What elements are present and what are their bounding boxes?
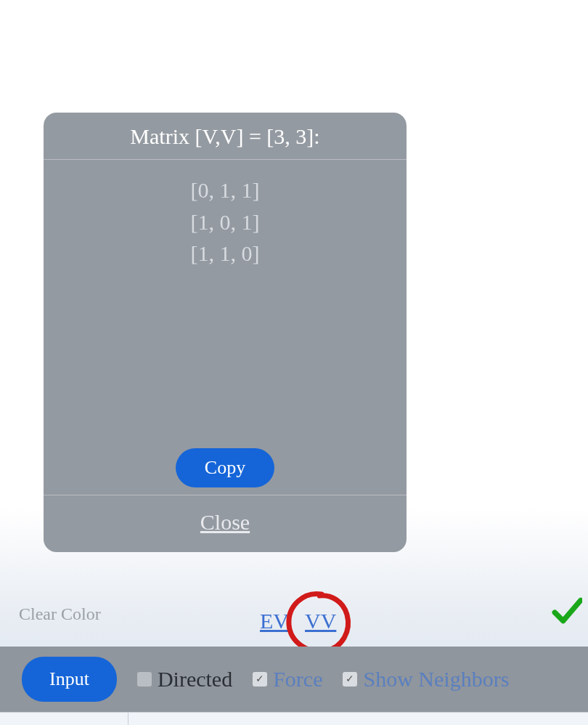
force-option[interactable]: ✓ Force	[253, 667, 322, 692]
vv-link[interactable]: VV	[305, 609, 336, 633]
checkbox-checked-icon: ✓	[343, 672, 357, 686]
ev-link[interactable]: EV	[260, 609, 289, 633]
copy-button-wrap: Copy	[44, 448, 407, 495]
matrix-row: [0, 1, 1]	[51, 174, 399, 206]
force-label: Force	[273, 667, 322, 692]
modal-title: Matrix [V,V] = [3, 3]:	[44, 113, 407, 160]
checkbox-checked-icon: ✓	[253, 672, 267, 686]
copy-button[interactable]: Copy	[176, 448, 274, 487]
checkbox-unchecked-icon	[137, 672, 152, 686]
matrix-row: [1, 1, 0]	[51, 238, 399, 270]
close-button[interactable]: Close	[200, 510, 250, 534]
matrix-row: [1, 0, 1]	[51, 206, 399, 238]
checkmark-icon[interactable]	[552, 596, 582, 626]
clear-color-button[interactable]: Clear Color	[19, 604, 101, 624]
show-neighbors-label: Show Neighbors	[363, 667, 509, 692]
show-neighbors-option[interactable]: ✓ Show Neighbors	[343, 667, 509, 692]
bottom-seam	[0, 712, 588, 725]
bottom-toolbar: Input Directed ✓ Force ✓ Show Neighbors	[0, 647, 588, 712]
matrix-body: [0, 1, 1] [1, 0, 1] [1, 1, 0]	[44, 160, 407, 448]
input-button[interactable]: Input	[22, 657, 117, 702]
directed-option[interactable]: Directed	[137, 667, 232, 692]
close-wrap: Close	[44, 495, 407, 552]
directed-label: Directed	[158, 667, 232, 692]
matrix-modal: Matrix [V,V] = [3, 3]: [0, 1, 1] [1, 0, …	[44, 113, 407, 552]
